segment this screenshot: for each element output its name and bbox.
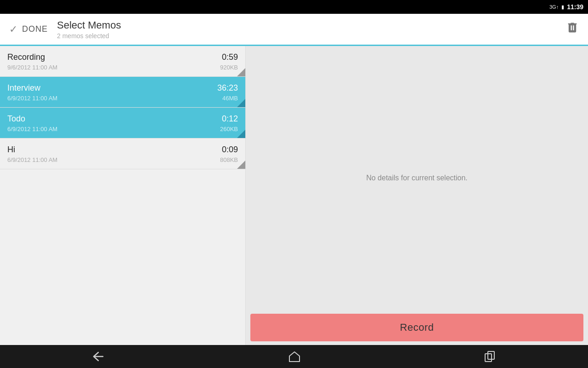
home-button[interactable] — [288, 351, 301, 362]
memo-date: 9/6/2012 11:00 AM — [7, 64, 57, 71]
checkmark-icon: ✓ — [9, 24, 17, 34]
recent-apps-button[interactable] — [484, 351, 496, 362]
memo-name: Recording — [7, 52, 45, 62]
memo-duration: 36:23 — [217, 83, 238, 93]
memo-triangle — [237, 130, 245, 138]
memo-name: Hi — [7, 145, 15, 155]
battery-icon: ▮ — [561, 4, 564, 10]
selected-count: 2 memos selected — [57, 32, 566, 40]
main-content: Recording 0:59 9/6/2012 11:00 AM 920KB I… — [0, 46, 588, 345]
delete-button[interactable] — [566, 21, 579, 37]
memo-triangle — [237, 161, 245, 169]
no-details-text: No details for current selection. — [366, 174, 468, 182]
memo-date: 6/9/2012 11:00 AM — [7, 126, 57, 132]
memo-date: 6/9/2012 11:00 AM — [7, 156, 57, 163]
memo-triangle — [237, 68, 245, 76]
memo-size: 260KB — [220, 126, 238, 132]
memo-triangle — [237, 99, 245, 107]
memo-name: Interview — [7, 83, 40, 93]
memo-item-recording[interactable]: Recording 0:59 9/6/2012 11:00 AM 920KB — [0, 46, 245, 77]
memo-list: Recording 0:59 9/6/2012 11:00 AM 920KB I… — [0, 46, 246, 345]
time-display: 11:39 — [567, 3, 583, 11]
status-bar: 3G↑ ▮ 11:39 — [0, 0, 588, 14]
title-section: Select Memos 2 memos selected — [48, 19, 566, 40]
nav-bar — [0, 345, 588, 368]
memo-item-interview[interactable]: Interview 36:23 6/9/2012 11:00 AM 46MB — [0, 77, 245, 108]
memo-duration: 0:12 — [222, 114, 238, 124]
back-button[interactable] — [92, 351, 105, 362]
page-title: Select Memos — [57, 19, 566, 31]
memo-duration: 0:59 — [222, 52, 238, 62]
memo-size: 920KB — [220, 64, 238, 71]
memo-duration: 0:09 — [222, 145, 238, 155]
memo-item-todo[interactable]: Todo 0:12 6/9/2012 11:00 AM 260KB — [0, 108, 245, 138]
record-button[interactable]: Record — [250, 314, 583, 341]
detail-panel: No details for current selection. Record — [246, 46, 588, 345]
record-button-container: Record — [246, 310, 588, 345]
memo-date: 6/9/2012 11:00 AM — [7, 95, 57, 102]
action-bar: ✓ DONE Select Memos 2 memos selected — [0, 14, 588, 46]
signal-icon: 3G↑ — [549, 4, 559, 10]
memo-item-hi[interactable]: Hi 0:09 6/9/2012 11:00 AM 808KB — [0, 138, 245, 169]
done-label: DONE — [22, 24, 48, 34]
memo-size: 46MB — [222, 95, 238, 102]
detail-content: No details for current selection. — [246, 46, 588, 310]
memo-name: Todo — [7, 114, 25, 124]
done-button[interactable]: ✓ DONE — [9, 24, 48, 34]
memo-size: 808KB — [220, 156, 238, 163]
